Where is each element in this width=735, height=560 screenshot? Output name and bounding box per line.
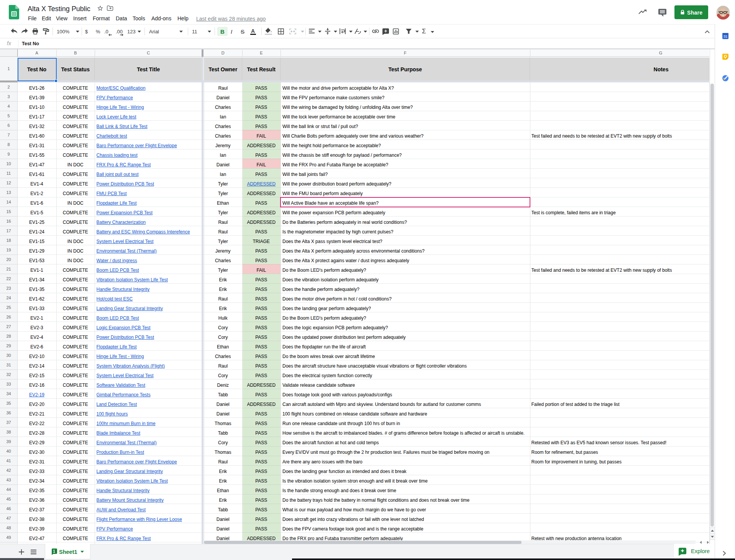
svg-text:31: 31 xyxy=(724,34,727,38)
svg-text:1: 1 xyxy=(53,549,55,553)
